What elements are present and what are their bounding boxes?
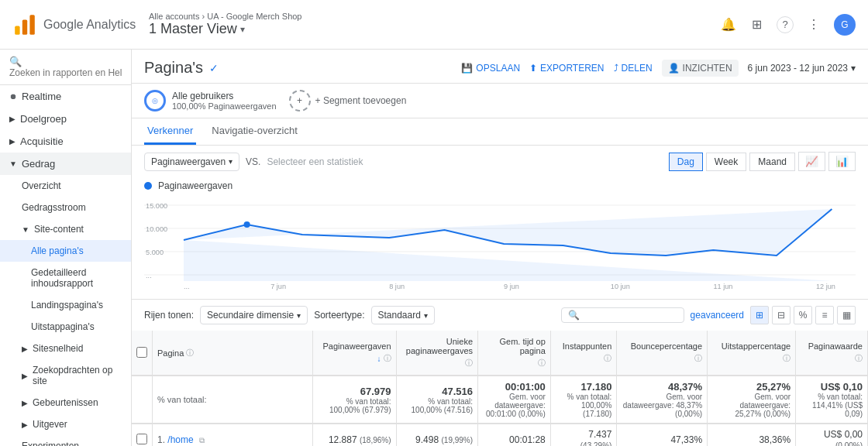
svg-text:12 jun: 12 jun bbox=[816, 283, 835, 290]
select-all-checkbox[interactable] bbox=[136, 347, 147, 358]
sort-select[interactable]: Standaard ▾ bbox=[371, 306, 435, 324]
share-icon: ⤴ bbox=[614, 63, 618, 74]
insights-icon: 👤 bbox=[668, 63, 680, 74]
sidebar-item-gedragsstroom[interactable]: Gedragsstroom bbox=[0, 197, 131, 218]
breadcrumb: Alle accounts › UA - Google Merch Shop bbox=[149, 12, 721, 21]
col-header-bounce: Bouncepercentage ⓘ bbox=[617, 331, 708, 376]
realtime-icon: ⏺ bbox=[9, 92, 17, 101]
date-range[interactable]: 6 jun 2023 - 12 jun 2023 ▾ bbox=[748, 63, 856, 74]
page-link[interactable]: /home bbox=[167, 434, 193, 445]
inzichten-button[interactable]: 👤 INZICHTEN bbox=[662, 60, 739, 77]
dag-button[interactable]: Dag bbox=[669, 153, 703, 171]
sidebar-item-zoekopdrachten[interactable]: ▶ Zoekopdrachten op site bbox=[0, 359, 131, 392]
secondary-dimension-button[interactable]: Secundaire dimensie ▾ bbox=[200, 306, 308, 324]
table-view-button[interactable]: ⊞ bbox=[750, 306, 769, 324]
percent-view-button[interactable]: % bbox=[794, 306, 812, 324]
info-icon[interactable]: ⓘ bbox=[186, 348, 194, 359]
segment-label: Alle gebruikers bbox=[172, 91, 277, 101]
bar-chart-button[interactable]: 📊 bbox=[828, 152, 856, 171]
info-icon[interactable]: ⓘ bbox=[694, 353, 702, 364]
info-icon[interactable]: ⓘ bbox=[855, 353, 863, 364]
tab-verkenner[interactable]: Verkenner bbox=[144, 118, 196, 145]
pivot-view-button[interactable]: ⊟ bbox=[772, 306, 790, 324]
advanced-link[interactable]: geavanceerd bbox=[691, 310, 744, 321]
sidebar-item-sitesnelheid[interactable]: ▶ Sitesnelheid bbox=[0, 338, 131, 359]
tab-navigatie-overzicht[interactable]: Navigatie-overzicht bbox=[208, 118, 301, 145]
week-button[interactable]: Week bbox=[706, 153, 746, 171]
sidebar-item-uitstappaginas[interactable]: Uitstappagina's bbox=[0, 316, 131, 338]
col-header-unieke: Unieke paginaweergaves ⓘ bbox=[396, 331, 478, 376]
export-icon: ⬆ bbox=[529, 63, 537, 74]
opslaan-button[interactable]: 💾 OPSLAAN bbox=[461, 63, 520, 74]
svg-text:...: ... bbox=[184, 283, 190, 290]
exporteren-button[interactable]: ⬆ EXPORTEREN bbox=[529, 63, 604, 74]
info-icon[interactable]: ⓘ bbox=[538, 358, 546, 369]
sidebar-item-doelgroep[interactable]: ▶ Doelgroep bbox=[0, 108, 131, 130]
info-icon[interactable]: ⓘ bbox=[783, 353, 790, 364]
segment-pct: 100,00% Paginaweergaven bbox=[172, 101, 277, 111]
heatmap-view-button[interactable]: ▦ bbox=[837, 306, 856, 324]
logo-text: Google Analytics bbox=[43, 18, 136, 32]
metric-label: Paginaweergaven bbox=[158, 180, 232, 191]
svg-text:9 jun: 9 jun bbox=[504, 283, 519, 290]
select-stat-link[interactable]: Selecteer een statistiek bbox=[267, 156, 363, 167]
table-controls: Rijen tonen: Secundaire dimensie ▾ Sorte… bbox=[132, 299, 868, 331]
info-icon[interactable]: ⓘ bbox=[604, 353, 611, 364]
graph-view-button[interactable]: ≡ bbox=[815, 306, 834, 324]
svg-rect-2 bbox=[29, 15, 34, 35]
sidebar-item-landingspaginas[interactable]: Landingspagina's bbox=[0, 294, 131, 316]
sidebar-item-acquisitie[interactable]: ▶ Acquisitie bbox=[0, 130, 131, 153]
save-icon: 💾 bbox=[461, 63, 473, 74]
logo-area: Google Analytics bbox=[12, 12, 136, 37]
search-icon: 🔍 bbox=[568, 310, 580, 321]
table-controls-left: Rijen tonen: Secundaire dimensie ▾ Sorte… bbox=[144, 306, 435, 324]
collapse-icon: ▼ bbox=[9, 160, 17, 168]
svg-point-18 bbox=[244, 221, 250, 228]
sidebar-item-gedrag[interactable]: ▼ Gedrag bbox=[0, 153, 131, 175]
segment-section: ◎ Alle gebruikers 100,00% Paginaweergave… bbox=[132, 84, 868, 118]
body-layout: 🔍 ⏺ Realtime ▶ Doelgroep ▶ Acquisitie ▼ … bbox=[0, 50, 868, 446]
add-segment-button[interactable]: + + Segment toevoegen bbox=[289, 90, 407, 112]
sidebar-item-site-content[interactable]: ▼ Site-content bbox=[0, 218, 131, 240]
info-icon[interactable]: ⓘ bbox=[384, 353, 391, 364]
svg-rect-1 bbox=[22, 19, 27, 34]
apps-icon[interactable]: ⊞ bbox=[749, 17, 764, 33]
view-selector[interactable]: 1 Master View ▾ bbox=[149, 21, 721, 37]
ga-logo-icon bbox=[12, 12, 37, 37]
sidebar: 🔍 ⏺ Realtime ▶ Doelgroep ▶ Acquisitie ▼ … bbox=[0, 50, 132, 446]
search-input[interactable] bbox=[9, 67, 122, 78]
sidebar-item-realtime[interactable]: ⏺ Realtime bbox=[0, 85, 131, 108]
sidebar-item-overzicht[interactable]: Overzicht bbox=[0, 175, 131, 197]
col-header-uitstap: Uitstappercentage ⓘ bbox=[708, 331, 796, 376]
sidebar-search-area: 🔍 bbox=[0, 50, 131, 85]
line-chart-button[interactable]: 📈 bbox=[798, 152, 825, 171]
table-container: Pagina ⓘ Paginaweergaven ↓ ⓘ bbox=[132, 331, 868, 446]
row-checkbox[interactable] bbox=[136, 434, 147, 444]
sidebar-item-gedetailleerd[interactable]: Gedetailleerd inhoudsrapport bbox=[0, 262, 131, 294]
sidebar-item-alle-paginas[interactable]: Alle pagina's bbox=[0, 240, 131, 262]
page-actions: 💾 OPSLAAN ⬆ EXPORTEREN ⤴ DELEN 👤 INZICHT… bbox=[461, 60, 856, 77]
expand-icon: ▶ bbox=[22, 399, 28, 407]
delen-button[interactable]: ⤴ DELEN bbox=[614, 63, 653, 74]
expand-icon: ▶ bbox=[9, 115, 16, 123]
segment-circle-icon: ◎ bbox=[144, 90, 166, 112]
table-row: 1. /home ⧉ 12.887 (18,96%) 9.498 (19,99%… bbox=[132, 424, 868, 446]
table-search-input[interactable] bbox=[584, 310, 677, 321]
copy-icon[interactable]: ⧉ bbox=[199, 436, 205, 444]
sidebar-item-gebeurtenissen[interactable]: ▶ Gebeurtenissen bbox=[0, 392, 131, 413]
more-icon[interactable]: ⋮ bbox=[806, 17, 822, 33]
bell-icon[interactable]: 🔔 bbox=[721, 17, 736, 33]
chart-controls: Paginaweergaven ▾ VS. Selecteer een stat… bbox=[132, 146, 868, 177]
view-icons: ⊞ ⊟ % ≡ ▦ bbox=[750, 306, 856, 324]
maand-button[interactable]: Maand bbox=[749, 153, 795, 171]
header-icons: 🔔 ⊞ ? ⋮ G bbox=[721, 14, 856, 36]
sidebar-item-uitgever[interactable]: ▶ Uitgever bbox=[0, 413, 131, 435]
help-icon[interactable]: ? bbox=[777, 16, 794, 33]
info-icon[interactable]: ⓘ bbox=[465, 358, 473, 369]
table-search-box: 🔍 bbox=[561, 307, 684, 323]
sidebar-item-experimenten[interactable]: Experimenten bbox=[0, 435, 131, 446]
avatar[interactable]: G bbox=[834, 14, 856, 36]
metric-select[interactable]: Paginaweergaven ▾ bbox=[144, 153, 239, 171]
svg-text:...: ... bbox=[146, 272, 152, 280]
expand-icon: ▶ bbox=[22, 372, 28, 380]
